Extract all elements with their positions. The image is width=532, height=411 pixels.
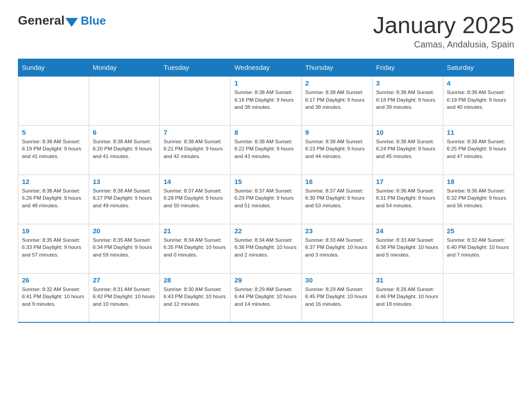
calendar-cell: 20Sunrise: 8:35 AM Sunset: 6:34 PM Dayli…: [89, 224, 160, 273]
day-number: 3: [376, 79, 439, 87]
calendar-cell: 2Sunrise: 8:38 AM Sunset: 6:17 PM Daylig…: [301, 76, 372, 125]
logo-blue-text: Blue: [81, 14, 106, 28]
calendar-cell: 30Sunrise: 8:29 AM Sunset: 6:45 PM Dayli…: [301, 273, 372, 322]
calendar-cell: [443, 273, 514, 322]
day-info: Sunrise: 8:28 AM Sunset: 6:46 PM Dayligh…: [376, 286, 439, 308]
calendar-cell: 26Sunrise: 8:32 AM Sunset: 6:41 PM Dayli…: [18, 273, 89, 322]
day-info: Sunrise: 8:38 AM Sunset: 6:18 PM Dayligh…: [376, 89, 439, 111]
day-info: Sunrise: 8:33 AM Sunset: 6:37 PM Dayligh…: [305, 236, 369, 259]
calendar-cell: 16Sunrise: 8:37 AM Sunset: 6:30 PM Dayli…: [301, 175, 372, 224]
day-info: Sunrise: 8:38 AM Sunset: 6:24 PM Dayligh…: [376, 138, 439, 160]
day-info: Sunrise: 8:29 AM Sunset: 6:45 PM Dayligh…: [305, 286, 369, 308]
calendar-cell: [160, 76, 231, 125]
calendar-cell: 14Sunrise: 8:37 AM Sunset: 6:28 PM Dayli…: [160, 175, 231, 224]
calendar-cell: 24Sunrise: 8:33 AM Sunset: 6:38 PM Dayli…: [372, 224, 443, 273]
calendar-cell: 21Sunrise: 8:34 AM Sunset: 6:35 PM Dayli…: [160, 224, 231, 273]
day-info: Sunrise: 8:34 AM Sunset: 6:36 PM Dayligh…: [234, 236, 297, 259]
day-info: Sunrise: 8:38 AM Sunset: 6:19 PM Dayligh…: [22, 138, 85, 160]
day-number: 27: [93, 276, 156, 284]
page-header: General Blue January 2025 Camas, Andalus…: [18, 13, 514, 50]
day-number: 1: [234, 79, 297, 87]
calendar-cell: 11Sunrise: 8:38 AM Sunset: 6:25 PM Dayli…: [443, 125, 514, 175]
day-number: 17: [376, 178, 439, 185]
calendar-cell: 3Sunrise: 8:38 AM Sunset: 6:18 PM Daylig…: [372, 76, 443, 125]
header-saturday: Saturday: [443, 59, 514, 77]
header-sunday: Sunday: [18, 59, 89, 77]
calendar-cell: 22Sunrise: 8:34 AM Sunset: 6:36 PM Dayli…: [231, 224, 301, 273]
calendar-cell: 10Sunrise: 8:38 AM Sunset: 6:24 PM Dayli…: [372, 125, 443, 175]
day-info: Sunrise: 8:38 AM Sunset: 6:25 PM Dayligh…: [447, 138, 510, 160]
logo-triangle-icon: [65, 18, 78, 27]
day-number: 18: [447, 178, 510, 185]
day-info: Sunrise: 8:38 AM Sunset: 6:23 PM Dayligh…: [305, 138, 369, 160]
calendar-cell: 31Sunrise: 8:28 AM Sunset: 6:46 PM Dayli…: [372, 273, 443, 322]
day-number: 11: [447, 128, 510, 136]
calendar-cell: 27Sunrise: 8:31 AM Sunset: 6:42 PM Dayli…: [89, 273, 160, 322]
calendar-cell: 9Sunrise: 8:38 AM Sunset: 6:23 PM Daylig…: [301, 125, 372, 175]
day-info: Sunrise: 8:30 AM Sunset: 6:43 PM Dayligh…: [163, 286, 227, 308]
day-number: 16: [305, 178, 369, 185]
day-number: 6: [93, 128, 156, 136]
calendar-cell: 28Sunrise: 8:30 AM Sunset: 6:43 PM Dayli…: [160, 273, 231, 322]
day-number: 20: [93, 227, 156, 235]
day-number: 25: [447, 227, 510, 235]
day-info: Sunrise: 8:34 AM Sunset: 6:35 PM Dayligh…: [163, 236, 227, 259]
day-number: 22: [234, 227, 297, 235]
day-info: Sunrise: 8:31 AM Sunset: 6:42 PM Dayligh…: [93, 286, 156, 308]
day-info: Sunrise: 8:29 AM Sunset: 6:44 PM Dayligh…: [234, 286, 297, 308]
day-info: Sunrise: 8:32 AM Sunset: 6:40 PM Dayligh…: [447, 236, 510, 259]
day-number: 12: [22, 178, 85, 185]
day-number: 23: [305, 227, 369, 235]
day-number: 4: [447, 79, 510, 87]
day-info: Sunrise: 8:38 AM Sunset: 6:20 PM Dayligh…: [93, 138, 156, 160]
day-number: 26: [22, 276, 85, 284]
calendar-cell: 29Sunrise: 8:29 AM Sunset: 6:44 PM Dayli…: [231, 273, 301, 322]
location: Camas, Andalusia, Spain: [373, 39, 514, 50]
day-info: Sunrise: 8:38 AM Sunset: 6:17 PM Dayligh…: [305, 89, 369, 111]
day-number: 14: [163, 178, 227, 185]
day-info: Sunrise: 8:32 AM Sunset: 6:41 PM Dayligh…: [22, 286, 85, 308]
day-info: Sunrise: 8:38 AM Sunset: 6:27 PM Dayligh…: [93, 187, 156, 210]
header-monday: Monday: [89, 59, 160, 77]
calendar-cell: [89, 76, 160, 125]
calendar-table: SundayMondayTuesdayWednesdayThursdayFrid…: [18, 59, 514, 323]
calendar-cell: 18Sunrise: 8:36 AM Sunset: 6:32 PM Dayli…: [443, 175, 514, 224]
day-number: 15: [234, 178, 297, 185]
day-info: Sunrise: 8:38 AM Sunset: 6:16 PM Dayligh…: [234, 89, 297, 111]
calendar-header: SundayMondayTuesdayWednesdayThursdayFrid…: [18, 59, 514, 77]
month-title: January 2025: [373, 13, 514, 37]
calendar-cell: 25Sunrise: 8:32 AM Sunset: 6:40 PM Dayli…: [443, 224, 514, 273]
calendar-cell: 8Sunrise: 8:38 AM Sunset: 6:22 PM Daylig…: [231, 125, 301, 175]
header-wednesday: Wednesday: [231, 59, 301, 77]
day-number: 21: [163, 227, 227, 235]
header-row: SundayMondayTuesdayWednesdayThursdayFrid…: [18, 59, 514, 77]
calendar-cell: 1Sunrise: 8:38 AM Sunset: 6:16 PM Daylig…: [231, 76, 301, 125]
day-number: 9: [305, 128, 369, 136]
day-number: 5: [22, 128, 85, 136]
day-info: Sunrise: 8:38 AM Sunset: 6:21 PM Dayligh…: [163, 138, 227, 160]
day-number: 13: [93, 178, 156, 185]
title-block: January 2025 Camas, Andalusia, Spain: [373, 13, 514, 50]
day-number: 29: [234, 276, 297, 284]
header-tuesday: Tuesday: [160, 59, 231, 77]
day-number: 24: [376, 227, 439, 235]
day-number: 19: [22, 227, 85, 235]
day-number: 8: [234, 128, 297, 136]
header-friday: Friday: [372, 59, 443, 77]
day-info: Sunrise: 8:38 AM Sunset: 6:22 PM Dayligh…: [234, 138, 297, 160]
day-info: Sunrise: 8:35 AM Sunset: 6:33 PM Dayligh…: [22, 236, 85, 259]
calendar-cell: 13Sunrise: 8:38 AM Sunset: 6:27 PM Dayli…: [89, 175, 160, 224]
logo-general-text: General: [18, 13, 64, 28]
day-info: Sunrise: 8:33 AM Sunset: 6:38 PM Dayligh…: [376, 236, 439, 259]
day-number: 7: [163, 128, 227, 136]
day-number: 10: [376, 128, 439, 136]
day-number: 2: [305, 79, 369, 87]
calendar-cell: 19Sunrise: 8:35 AM Sunset: 6:33 PM Dayli…: [18, 224, 89, 273]
calendar-cell: 23Sunrise: 8:33 AM Sunset: 6:37 PM Dayli…: [301, 224, 372, 273]
logo: General Blue: [18, 13, 106, 28]
week-row-3: 19Sunrise: 8:35 AM Sunset: 6:33 PM Dayli…: [18, 224, 514, 273]
calendar-cell: 4Sunrise: 8:38 AM Sunset: 6:19 PM Daylig…: [443, 76, 514, 125]
calendar-cell: [18, 76, 89, 125]
day-number: 28: [163, 276, 227, 284]
calendar-cell: 15Sunrise: 8:37 AM Sunset: 6:29 PM Dayli…: [231, 175, 301, 224]
